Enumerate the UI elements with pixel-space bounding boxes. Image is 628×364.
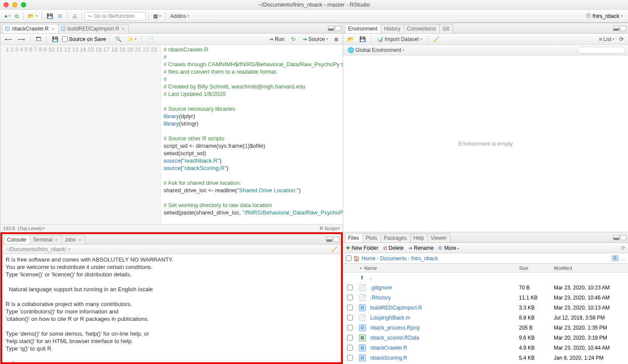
tab-files[interactable]: Files [345,233,363,242]
tab-jobs[interactable]: Jobs✕ [61,235,85,244]
file-checkbox[interactable] [347,325,353,330]
load-workspace-button[interactable]: 📂 [346,35,356,43]
source-tab[interactable]: buildREDCapImport.R✕ [58,24,129,33]
run-button[interactable]: ➔Run [266,35,287,43]
tab-environment[interactable]: Environment [345,24,381,33]
rproj-icon[interactable]: R [612,255,618,261]
project-menu[interactable]: Ⓡ fnirs_nback ▾ [583,11,625,20]
close-tab-icon[interactable]: ✕ [121,27,125,31]
up-dir-link[interactable]: .. [369,275,372,281]
new-file-button[interactable]: ●▾ [3,12,12,20]
file-checkbox[interactable] [347,345,353,350]
pane-minimize-button[interactable] [326,237,332,242]
tab-plots[interactable]: Plots [362,233,381,242]
pane-minimize-button[interactable] [613,235,619,240]
source-button[interactable]: ➔Source ▾ [300,35,331,43]
import-dataset-button[interactable]: 📊 Import Dataset ▾ [375,35,424,43]
close-tab-icon[interactable]: ✕ [78,238,82,242]
env-scope-button[interactable]: 🌐 Global Environment ▾ [346,46,406,54]
env-search[interactable] [577,47,625,54]
col-name-header[interactable]: Name [364,265,377,271]
file-checkbox[interactable] [347,305,353,310]
new-folder-button[interactable]: ✚ New Folder [346,245,379,251]
file-checkbox[interactable] [347,335,353,340]
nav-back-button[interactable]: ⟵ [3,35,14,43]
clear-workspace-button[interactable]: 🧹 [431,35,441,43]
tab-git[interactable]: Git [439,24,453,33]
files-pane: FilesPlotsPackagesHelpViewer ✚ New Folde… [343,232,628,364]
pane-maximize-button[interactable] [335,26,341,31]
delete-button[interactable]: ⊘ Delete [383,245,404,251]
pane-minimize-button[interactable] [613,26,619,31]
goto-file-function[interactable]: ↪Go to file/function [85,12,146,20]
file-link[interactable]: .gitignore [370,285,392,291]
file-link[interactable]: nbackScoring.R [370,355,407,361]
col-size-header[interactable]: Size [519,264,554,272]
language-mode[interactable]: R Script [320,226,337,231]
crumb[interactable]: Documents [380,255,407,262]
source-on-save-checkbox[interactable]: Source on Save [62,36,106,42]
tools-grid-button[interactable]: ▦▾ [151,12,163,20]
tab-history[interactable]: History [381,24,404,33]
tab-viewer[interactable]: Viewer [427,233,450,242]
close-tab-icon[interactable]: ✕ [55,238,58,242]
code-editor[interactable]: 1 2 3 4 5 6 7 8 9 10 11 12 13 14 15 16 1… [0,45,343,224]
more-path-button[interactable]: … [620,255,625,262]
console-output[interactable]: R is free software and comes with ABSOLU… [2,254,341,362]
console-working-dir[interactable]: ~/Documents/fnirs_nback/ [6,246,66,252]
up-arrow-icon[interactable]: ⬆ [360,275,364,281]
pane-minimize-button[interactable] [328,26,334,31]
save-source-button[interactable]: 💾 [50,35,60,43]
file-checkbox[interactable] [347,285,353,290]
save-workspace-button[interactable]: 💾 [358,35,368,43]
tab-terminal[interactable]: Terminal✕ [30,235,62,244]
outline-button[interactable]: ≣ [332,35,340,43]
rerun-button[interactable]: ↻ [289,35,298,43]
compile-report-button[interactable]: 📄 [146,35,156,43]
file-link[interactable]: nback_process.Rproj [370,325,420,331]
crumb[interactable]: Home [362,255,375,262]
pane-maximize-button[interactable] [620,235,626,240]
window-close-button[interactable] [3,2,9,7]
code-tools-button[interactable]: ✨▾ [125,35,138,43]
view-mode-button[interactable]: ≡ List ▾ [597,35,616,43]
tab-connections[interactable]: Connections [404,24,440,33]
file-link[interactable]: LoopingNBack.m [370,315,410,321]
file-link[interactable]: .Rhistory [370,295,391,301]
show-in-new-window-button[interactable]: 🗔 [34,35,43,43]
source-tab[interactable]: nbackCrawler.R✕ [2,24,58,33]
save-button[interactable]: 💾 [45,12,55,20]
scope-label[interactable]: (Top Level) [18,226,41,231]
new-project-button[interactable]: ⧉ [13,12,20,20]
window-zoom-button[interactable] [21,2,26,7]
file-checkbox[interactable] [347,295,353,300]
pane-maximize-button[interactable] [620,26,626,31]
addins-button[interactable]: Addins ▾ [168,12,191,20]
open-file-button[interactable]: 📂▾ [26,12,39,20]
file-link[interactable]: nback_scored.RData [370,335,419,341]
home-icon[interactable]: 🏠 [353,255,360,262]
save-all-button[interactable]: 🗎 [56,12,65,20]
file-link[interactable]: buildREDCapImport.R [370,305,422,311]
select-all-checkbox[interactable] [346,255,352,261]
col-modified-header[interactable]: Modified [554,264,628,272]
crumb[interactable]: fnirs_nback [411,255,438,262]
tab-help[interactable]: Help [410,233,428,242]
tab-console[interactable]: Console [4,235,30,244]
console-cursor[interactable]: | [12,360,14,362]
refresh-files-button[interactable]: ⟳ [621,245,625,251]
file-checkbox[interactable] [347,355,353,361]
print-button[interactable]: 🖨 [70,12,79,20]
find-replace-button[interactable]: 🔍 [113,35,123,43]
tab-packages[interactable]: Packages [381,233,411,242]
window-minimize-button[interactable] [12,2,17,7]
refresh-button[interactable]: ⟳ [618,35,625,43]
more-button[interactable]: ⚙ More ▾ [438,245,459,251]
file-checkbox[interactable] [347,315,353,320]
rename-button[interactable]: ➜ Rename [408,245,434,251]
close-tab-icon[interactable]: ✕ [51,27,55,31]
nav-forward-button[interactable]: ⟶ [16,35,27,43]
file-link[interactable]: nbackCrawler.R [370,345,407,351]
clear-console-icon[interactable]: 🧹 [331,246,338,252]
pane-maximize-button[interactable] [333,237,339,242]
